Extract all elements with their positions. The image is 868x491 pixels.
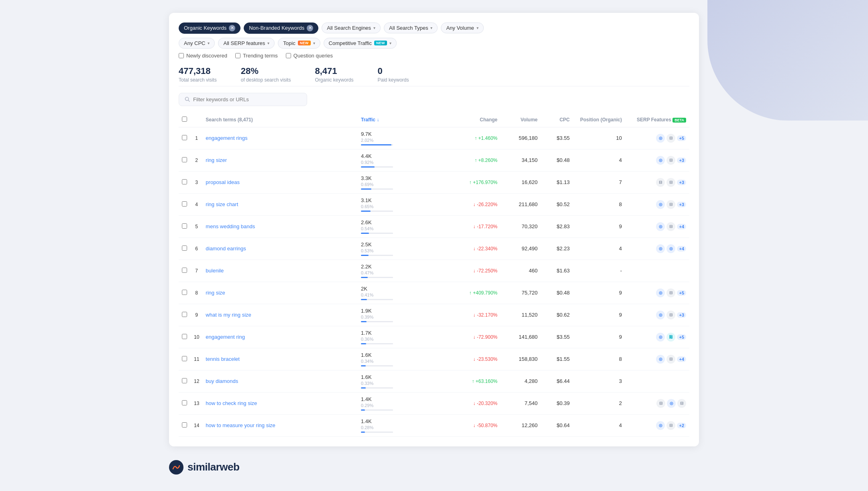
- table-row: 13 how to check ring size 1.4K 0.29% ↓ -…: [179, 392, 689, 414]
- col-traffic[interactable]: Traffic ↓: [358, 113, 436, 127]
- col-serp[interactable]: SERP Features BETA: [625, 113, 689, 127]
- keyword-link[interactable]: engagement rings: [206, 135, 247, 141]
- cpc-value: $1.55: [556, 356, 570, 362]
- filter-competitive-traffic[interactable]: Competitive Traffic NEW ▾: [324, 38, 397, 49]
- filter-topic[interactable]: Topic NEW ▾: [278, 38, 320, 49]
- chevron-down-icon: ▾: [208, 41, 210, 45]
- serp-icon: ◎: [656, 222, 665, 231]
- filter-row-2: Any CPC ▾ All SERP features ▾ Topic NEW …: [179, 38, 689, 49]
- row-change-cell: ↓ -72.900%: [436, 326, 501, 348]
- row-checkbox[interactable]: [182, 422, 187, 428]
- row-checkbox[interactable]: [182, 268, 187, 273]
- row-checkbox-cell: [179, 215, 191, 237]
- keyword-link[interactable]: engagement ring: [206, 334, 245, 340]
- keyword-link[interactable]: proposal ideas: [206, 179, 240, 185]
- stat-label-paid-keywords: Paid keywords: [377, 77, 409, 83]
- keyword-link[interactable]: diamond earrings: [206, 246, 246, 252]
- table-row: 9 what is my ring size 1.9K 0.39% ↓ -32.…: [179, 304, 689, 326]
- trending-terms-input[interactable]: [235, 53, 240, 58]
- row-checkbox[interactable]: [182, 334, 187, 339]
- row-checkbox[interactable]: [182, 246, 187, 251]
- newly-discovered-checkbox[interactable]: Newly discovered: [179, 53, 227, 59]
- question-queries-checkbox[interactable]: Question queries: [286, 53, 333, 59]
- col-cpc[interactable]: CPC: [541, 113, 573, 127]
- row-checkbox[interactable]: [182, 290, 187, 295]
- row-keyword-cell: ring size: [202, 282, 358, 304]
- select-all-checkbox[interactable]: [182, 117, 187, 122]
- serp-icon: ⛓: [666, 333, 675, 342]
- traffic-pct: 2.02%: [361, 138, 433, 143]
- row-position-cell: -: [573, 260, 625, 282]
- keyword-link[interactable]: ring size chart: [206, 201, 238, 207]
- col-change[interactable]: Change: [436, 113, 501, 127]
- table-row: 6 diamond earrings 2.5K 0.53% ↓ -22.340%…: [179, 237, 689, 260]
- volume-value: 11,520: [522, 312, 538, 318]
- traffic-value: 4.4K: [361, 153, 433, 159]
- filter-all-search-types[interactable]: All Search Types ▾: [384, 23, 438, 33]
- trending-terms-checkbox[interactable]: Trending terms: [235, 53, 278, 59]
- question-queries-input[interactable]: [286, 53, 291, 58]
- keyword-link[interactable]: tennis bracelet: [206, 356, 240, 362]
- newly-discovered-input[interactable]: [179, 53, 184, 58]
- keyword-link[interactable]: ring sizer: [206, 157, 227, 163]
- keyword-link[interactable]: bulenile: [206, 268, 224, 274]
- serp-icons-group: ◎⊟ +2: [628, 421, 686, 430]
- row-checkbox[interactable]: [182, 179, 187, 184]
- filter-non-branded[interactable]: Non-Branded Keywords ✕: [244, 23, 318, 34]
- stat-desktop-pct: 28% of desktop search visits: [241, 66, 291, 83]
- keyword-link[interactable]: ring size: [206, 290, 225, 296]
- row-traffic-cell: 4.4K 0.92%: [358, 149, 436, 171]
- change-value: ↓ -20.320%: [473, 401, 497, 406]
- traffic-value: 2K: [361, 286, 433, 292]
- keyword-link[interactable]: what is my ring size: [206, 312, 251, 318]
- row-keyword-cell: how to measure your ring size: [202, 414, 358, 436]
- row-number: 8: [191, 282, 202, 304]
- filter-any-cpc[interactable]: Any CPC ▾: [179, 38, 215, 49]
- traffic-value: 1.7K: [361, 330, 433, 336]
- chevron-down-icon: ▾: [389, 41, 391, 45]
- change-value: ↑ +63.160%: [472, 378, 497, 384]
- row-checkbox[interactable]: [182, 157, 187, 162]
- traffic-value: 9.7K: [361, 131, 433, 137]
- col-volume[interactable]: Volume: [501, 113, 541, 127]
- keyword-link[interactable]: buy diamonds: [206, 378, 238, 384]
- search-bar[interactable]: [179, 93, 307, 106]
- row-volume-cell: 4,280: [501, 370, 541, 392]
- serp-icon: ◎: [656, 134, 665, 143]
- filter-any-volume[interactable]: Any Volume ▾: [441, 23, 483, 33]
- traffic-pct: 0.54%: [361, 226, 433, 231]
- row-checkbox[interactable]: [182, 378, 187, 383]
- row-checkbox[interactable]: [182, 356, 187, 361]
- row-checkbox[interactable]: [182, 312, 187, 317]
- change-value: ↑ +409.790%: [469, 290, 497, 296]
- filter-all-serp[interactable]: All SERP features ▾: [218, 38, 275, 49]
- row-checkbox[interactable]: [182, 400, 187, 405]
- search-input[interactable]: [193, 96, 301, 102]
- row-keyword-cell: mens wedding bands: [202, 215, 358, 237]
- row-checkbox[interactable]: [182, 201, 187, 207]
- serp-header: SERP Features: [637, 117, 671, 123]
- col-search-terms[interactable]: Search terms (8,471): [202, 113, 358, 127]
- row-cpc-cell: $3.55: [541, 127, 573, 149]
- row-volume-cell: 34,150: [501, 149, 541, 171]
- serp-icon: ⊟: [666, 222, 675, 231]
- non-branded-close[interactable]: ✕: [307, 25, 313, 31]
- keyword-link[interactable]: how to measure your ring size: [206, 422, 275, 428]
- row-checkbox[interactable]: [182, 135, 187, 140]
- keyword-link[interactable]: mens wedding bands: [206, 223, 255, 229]
- keyword-link[interactable]: how to check ring size: [206, 400, 257, 406]
- change-value: ↓ -23.530%: [473, 356, 497, 362]
- col-position[interactable]: Position (Organic): [573, 113, 625, 127]
- row-traffic-cell: 1.6K 0.34%: [358, 348, 436, 370]
- row-traffic-cell: 3.3K 0.69%: [358, 171, 436, 193]
- filter-all-search-engines[interactable]: All Search Engines ▾: [322, 23, 381, 33]
- position-value: 9: [619, 290, 622, 296]
- row-checkbox[interactable]: [182, 223, 187, 229]
- row-checkbox-cell: [179, 193, 191, 215]
- organic-keywords-close[interactable]: ✕: [229, 25, 235, 31]
- row-keyword-cell: engagement rings: [202, 127, 358, 149]
- filter-organic-keywords[interactable]: Organic Keywords ✕: [179, 23, 240, 34]
- serp-plus-count: +5: [677, 290, 686, 296]
- traffic-bar-bg: [361, 387, 393, 389]
- traffic-pct: 0.29%: [361, 403, 433, 408]
